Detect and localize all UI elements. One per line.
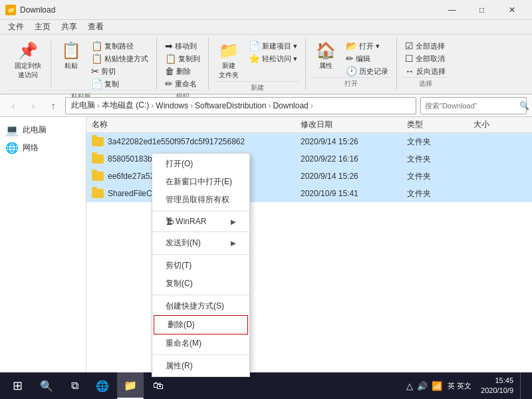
- ctx-open[interactable]: 打开(O): [152, 155, 249, 173]
- ctx-send-to[interactable]: 发送到(N) ▶: [152, 234, 249, 252]
- path-computer[interactable]: 此电脑: [70, 100, 96, 111]
- open-button[interactable]: 📂 打开 ▾: [343, 40, 391, 52]
- menu-file[interactable]: 文件: [3, 20, 29, 34]
- window-icon: 📁: [5, 5, 16, 15]
- menu-share[interactable]: 共享: [56, 20, 82, 34]
- header-date: 修改日期: [301, 119, 407, 130]
- tray-lang[interactable]: 英 英文: [445, 381, 474, 391]
- tray-hidden-icon[interactable]: △: [406, 381, 413, 391]
- move-icon: ➡: [165, 41, 173, 51]
- ctx-sep3: [152, 254, 249, 255]
- search-icon: 🔍: [519, 101, 529, 110]
- submenu-arrow2: ▶: [231, 239, 236, 247]
- edge-button[interactable]: 🌐: [89, 372, 116, 399]
- new-label: 新建: [214, 81, 300, 94]
- cut-button[interactable]: ✂ 剪切: [88, 65, 151, 77]
- properties-button[interactable]: 🏠 属性: [311, 40, 340, 72]
- path-windows[interactable]: Windows: [154, 101, 190, 110]
- address-path[interactable]: 此电脑 › 本地磁盘 (C:) › Windows › SoftwareDist…: [65, 97, 416, 114]
- ribbon-group-select: ☑ 全部选择 ☐ 全部取消 ↔ 反向选择 选择: [397, 37, 454, 90]
- tray-network-icon[interactable]: 🔊: [417, 381, 428, 391]
- new-item-button[interactable]: 📄 新建项目 ▾: [246, 40, 300, 52]
- system-tray: △ 🔊 📶 英 英文 15:45 2020/10/9: [401, 372, 529, 399]
- delete-icon: 🗑: [165, 66, 174, 76]
- select-all-button[interactable]: ☑ 全部选择: [402, 40, 448, 52]
- ctx-properties[interactable]: 属性(R): [152, 357, 249, 375]
- invert-icon: ↔: [405, 66, 414, 76]
- file-name-cell: 3a422082ed1e550f957dc5f917256862: [92, 137, 301, 146]
- ctx-admin-ownership[interactable]: 管理员取得所有权: [152, 191, 249, 209]
- window-controls: — □ ✕: [437, 0, 527, 20]
- close-button[interactable]: ✕: [497, 0, 527, 20]
- organize-buttons: ➡ 移动到 📋 复制到 🗑 删除 ✏ 重命名: [162, 40, 203, 90]
- properties-icon: 🏠: [316, 41, 336, 60]
- paste-icon: 📋: [61, 41, 81, 60]
- paste-shortcut-button[interactable]: 📋 粘贴快捷方式: [88, 53, 151, 65]
- rename-icon: ✏: [165, 78, 173, 89]
- rename-button[interactable]: ✏ 重命名: [162, 78, 203, 90]
- minimize-button[interactable]: —: [437, 0, 467, 20]
- ribbon-group-open: 🏠 属性 📂 打开 ▾ ✏ 编辑 🕐 历史记录 打开: [306, 37, 397, 90]
- copy-to-button[interactable]: 📋 复制到: [162, 53, 203, 65]
- header-name: 名称: [92, 119, 301, 130]
- search-box[interactable]: 🔍: [420, 97, 527, 114]
- ribbon-group-organize: ➡ 移动到 📋 复制到 🗑 删除 ✏ 重命名 组织: [157, 37, 209, 90]
- select-buttons: ☑ 全部选择 ☐ 全部取消 ↔ 反向选择: [402, 40, 448, 77]
- select-all-icon: ☑: [405, 41, 414, 51]
- select-none-icon: ☐: [405, 53, 414, 64]
- easy-access-button[interactable]: ⭐ 轻松访问 ▾: [246, 53, 300, 65]
- network-icon: 🌐: [5, 142, 19, 154]
- path-drive[interactable]: 本地磁盘 (C:): [100, 100, 150, 111]
- up-button[interactable]: ↑: [45, 98, 61, 114]
- back-button[interactable]: ‹: [5, 98, 21, 114]
- ctx-cut[interactable]: 剪切(T): [152, 257, 249, 275]
- ctx-delete[interactable]: 删除(D): [154, 315, 248, 334]
- move-to-button[interactable]: ➡ 移动到: [162, 40, 203, 52]
- ctx-winrar[interactable]: 🗜 WinRAR ▶: [152, 213, 249, 229]
- search-input[interactable]: [425, 102, 517, 110]
- title-bar: 📁 Download — □ ✕: [0, 0, 532, 20]
- file-row[interactable]: 3a422082ed1e550f957dc5f917256862 2020/9/…: [86, 133, 532, 150]
- sidebar-item-network[interactable]: 🌐 网络: [0, 139, 86, 157]
- pin-quick-access-button[interactable]: 📌 固定到快速访问: [11, 40, 45, 81]
- show-desktop-button[interactable]: [520, 372, 524, 399]
- edit-button[interactable]: ✏ 编辑: [343, 53, 391, 65]
- menu-home[interactable]: 主页: [29, 20, 56, 34]
- select-label: 选择: [402, 77, 448, 90]
- path-softwaredist[interactable]: SoftwareDistribution: [194, 101, 267, 110]
- delete-ribbon-button[interactable]: 🗑 删除: [162, 65, 203, 77]
- ribbon-group-organize-top: ➡ 移动到 📋 复制到 🗑 删除 ✏ 重命名: [162, 40, 203, 90]
- paste-shortcut-icon: 📋: [91, 53, 102, 64]
- path-download[interactable]: Download: [271, 101, 309, 110]
- content-area: 💻 此电脑 🌐 网络 名称 修改日期 类型 大小 3a422082ed1e550…: [0, 117, 532, 380]
- ribbon: 📌 固定到快速访问 📋 粘贴 📋 复制路径 📋 粘贴快捷方式 ✂: [0, 35, 532, 94]
- copy-button[interactable]: 📄 复制: [88, 78, 151, 90]
- explorer-button[interactable]: 📁: [117, 372, 144, 399]
- ctx-open-new-window[interactable]: 在新窗口中打开(E): [152, 173, 249, 191]
- search-button[interactable]: 🔍: [33, 372, 60, 399]
- maximize-button[interactable]: □: [467, 0, 497, 20]
- new-folder-button[interactable]: 📁 新建文件夹: [214, 40, 243, 81]
- ctx-sep4: [152, 295, 249, 295]
- clock-time: 15:45: [481, 376, 513, 386]
- invert-selection-button[interactable]: ↔ 反向选择: [402, 65, 448, 77]
- history-button[interactable]: 🕐 历史记录: [343, 65, 391, 77]
- menu-view[interactable]: 查看: [82, 20, 109, 34]
- forward-button[interactable]: ›: [25, 98, 41, 114]
- clock[interactable]: 15:45 2020/10/9: [477, 376, 517, 396]
- ctx-rename[interactable]: 重命名(M): [152, 334, 249, 352]
- sidebar-item-computer[interactable]: 💻 此电脑: [0, 121, 86, 139]
- menu-bar: 文件 主页 共享 查看: [0, 20, 532, 35]
- select-none-button[interactable]: ☐ 全部取消: [402, 53, 448, 65]
- start-button[interactable]: ⊞: [3, 372, 32, 399]
- sidebar-label-network: 网络: [23, 142, 39, 154]
- context-menu: 打开(O) 在新窗口中打开(E) 管理员取得所有权 🗜 WinRAR ▶ 发送到…: [152, 153, 250, 377]
- sidebar-label-computer: 此电脑: [23, 124, 47, 136]
- tray-sound-icon[interactable]: 📶: [432, 381, 442, 391]
- edit-icon: ✏: [346, 53, 354, 64]
- ctx-copy[interactable]: 复制(C): [152, 275, 249, 293]
- task-view-button[interactable]: ⧉: [61, 372, 88, 399]
- copy-path-button[interactable]: 📋 复制路径: [88, 40, 151, 52]
- paste-button[interactable]: 📋 粘贴: [57, 40, 86, 72]
- ctx-create-shortcut[interactable]: 创建快捷方式(S): [152, 297, 249, 315]
